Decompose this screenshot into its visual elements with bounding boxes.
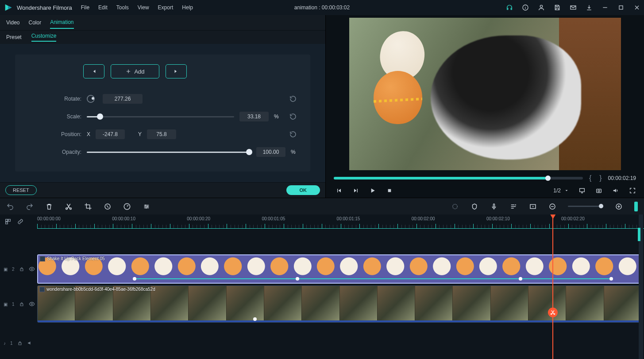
close-icon[interactable] bbox=[633, 4, 640, 11]
track-manager-icon[interactable] bbox=[4, 218, 12, 225]
tab-animation[interactable]: Animation bbox=[50, 16, 73, 29]
title-bar: Wondershare Filmora File Edit Tools View… bbox=[0, 0, 644, 15]
marker-icon[interactable] bbox=[470, 203, 478, 211]
svg-point-13 bbox=[147, 206, 148, 207]
zoom-fit-icon[interactable] bbox=[634, 202, 638, 211]
track-2-lock-icon[interactable] bbox=[19, 266, 24, 272]
svg-point-24 bbox=[31, 268, 33, 270]
svg-point-26 bbox=[31, 303, 33, 305]
undo-icon[interactable] bbox=[6, 203, 14, 211]
fullscreen-icon[interactable] bbox=[629, 187, 636, 194]
menu-view[interactable]: View bbox=[138, 4, 149, 11]
clip-type-icon bbox=[40, 256, 45, 261]
next-keyframe-button[interactable] bbox=[166, 64, 187, 78]
svg-point-1 bbox=[540, 5, 542, 8]
pos-x-input[interactable]: -247.8 bbox=[96, 129, 125, 139]
link-icon[interactable] bbox=[17, 218, 24, 225]
svg-point-12 bbox=[145, 204, 146, 206]
audio-speaker-icon[interactable] bbox=[27, 340, 33, 346]
reset-button[interactable]: RESET bbox=[5, 185, 37, 195]
plus-icon bbox=[125, 68, 131, 74]
tab-color[interactable]: Color bbox=[28, 17, 41, 28]
menu-file[interactable]: File bbox=[81, 4, 89, 11]
zoom-in-icon[interactable] bbox=[615, 203, 623, 211]
svg-rect-5 bbox=[580, 188, 585, 191]
adjust-icon[interactable] bbox=[143, 203, 150, 211]
volume-icon[interactable] bbox=[612, 187, 619, 194]
svg-point-14 bbox=[146, 207, 147, 208]
minimize-icon[interactable] bbox=[602, 4, 609, 11]
opacity-input[interactable]: 100.00 bbox=[256, 147, 285, 157]
preview-scrubber[interactable] bbox=[334, 177, 583, 180]
voiceover-icon[interactable] bbox=[490, 203, 498, 211]
rotate-input[interactable]: 277.26 bbox=[103, 94, 143, 104]
svg-rect-25 bbox=[20, 304, 23, 306]
speed-icon[interactable] bbox=[123, 203, 131, 211]
info-icon[interactable] bbox=[522, 4, 529, 11]
svg-point-9 bbox=[70, 207, 72, 209]
zoom-out-icon[interactable] bbox=[548, 203, 556, 211]
track-1-lock-icon[interactable] bbox=[19, 301, 24, 307]
mark-out-icon[interactable]: } bbox=[598, 174, 603, 182]
track-1-label: 1 bbox=[12, 302, 15, 307]
audio-lock-icon[interactable] bbox=[17, 340, 23, 346]
subtab-customize[interactable]: Customize bbox=[31, 33, 57, 42]
track-1-eye-icon[interactable] bbox=[29, 301, 35, 307]
color-preview-icon[interactable] bbox=[451, 203, 459, 211]
snapshot-icon[interactable] bbox=[595, 187, 602, 194]
pos-y-input[interactable]: 75.8 bbox=[147, 129, 176, 139]
subtab-preset[interactable]: Preset bbox=[6, 34, 22, 40]
preview-viewport[interactable] bbox=[349, 18, 621, 170]
headset-icon[interactable] bbox=[506, 4, 513, 11]
properties-pane: Video Color Animation Preset Customize A… bbox=[0, 15, 326, 198]
rotate-knob[interactable] bbox=[87, 95, 95, 103]
step-back-icon[interactable] bbox=[335, 187, 343, 194]
step-forward-icon[interactable] bbox=[352, 187, 359, 194]
add-keyframe-button[interactable]: Add bbox=[111, 64, 159, 78]
render-preview-icon[interactable] bbox=[529, 203, 537, 211]
track-2-label: 2 bbox=[12, 267, 15, 272]
prev-keyframe-button[interactable] bbox=[83, 64, 104, 78]
save-icon[interactable] bbox=[554, 4, 561, 11]
position-reset-icon[interactable] bbox=[289, 130, 297, 138]
mark-in-icon[interactable]: { bbox=[587, 174, 593, 182]
play-icon[interactable] bbox=[369, 187, 376, 194]
track-2-eye-icon[interactable] bbox=[29, 266, 35, 272]
scale-slider[interactable] bbox=[87, 112, 234, 121]
scale-input[interactable]: 33.18 bbox=[239, 112, 269, 121]
audio-mixer-icon[interactable] bbox=[509, 203, 517, 211]
split-icon[interactable] bbox=[65, 203, 73, 211]
redo-icon[interactable] bbox=[26, 203, 34, 211]
delete-icon[interactable] bbox=[45, 203, 53, 211]
rotate-reset-icon[interactable] bbox=[289, 95, 297, 103]
menu-tools[interactable]: Tools bbox=[116, 4, 129, 11]
svg-point-29 bbox=[554, 313, 555, 314]
scale-reset-icon[interactable] bbox=[289, 113, 297, 121]
playhead[interactable] bbox=[552, 215, 553, 359]
svg-point-28 bbox=[551, 313, 552, 314]
menu-help[interactable]: Help bbox=[182, 4, 193, 11]
timeline-zoom-slider[interactable] bbox=[568, 206, 603, 207]
add-keyframe-label: Add bbox=[134, 68, 144, 75]
scale-label: Scale: bbox=[28, 113, 81, 120]
crop-icon[interactable] bbox=[84, 203, 92, 211]
menu-edit[interactable]: Edit bbox=[98, 4, 108, 11]
timeline-scrollbar[interactable] bbox=[639, 215, 643, 359]
app-title: Wondershare Filmora bbox=[17, 4, 72, 11]
next-keyframe-icon bbox=[173, 68, 179, 74]
clip-overlay-eggs[interactable]: Shake It Up Pack Element 05 bbox=[37, 254, 642, 284]
preview-zoom-select[interactable]: 1/2 bbox=[553, 187, 569, 194]
opacity-slider[interactable] bbox=[87, 148, 251, 156]
account-icon[interactable] bbox=[538, 4, 545, 11]
speed-ramp-icon[interactable] bbox=[104, 203, 112, 211]
svg-rect-3 bbox=[619, 6, 623, 9]
maximize-icon[interactable] bbox=[617, 4, 625, 11]
display-icon[interactable] bbox=[578, 187, 586, 194]
menu-export[interactable]: Export bbox=[158, 4, 174, 11]
download-icon[interactable] bbox=[586, 4, 593, 11]
svg-rect-21 bbox=[8, 219, 11, 222]
tab-video[interactable]: Video bbox=[6, 17, 19, 28]
stop-icon[interactable] bbox=[386, 187, 393, 194]
ok-button[interactable]: OK bbox=[286, 185, 320, 195]
mail-icon[interactable] bbox=[570, 4, 577, 11]
